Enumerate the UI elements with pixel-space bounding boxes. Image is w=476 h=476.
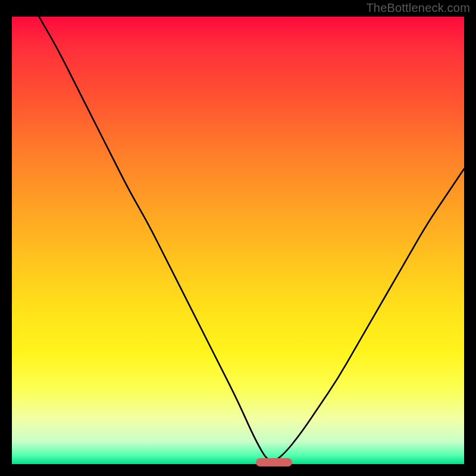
chart-frame: TheBottleneck.com (0, 0, 476, 476)
optimal-range-marker (256, 458, 292, 466)
plot-area (12, 17, 464, 464)
bottleneck-curve (12, 17, 464, 464)
attribution-label: TheBottleneck.com (366, 1, 470, 15)
